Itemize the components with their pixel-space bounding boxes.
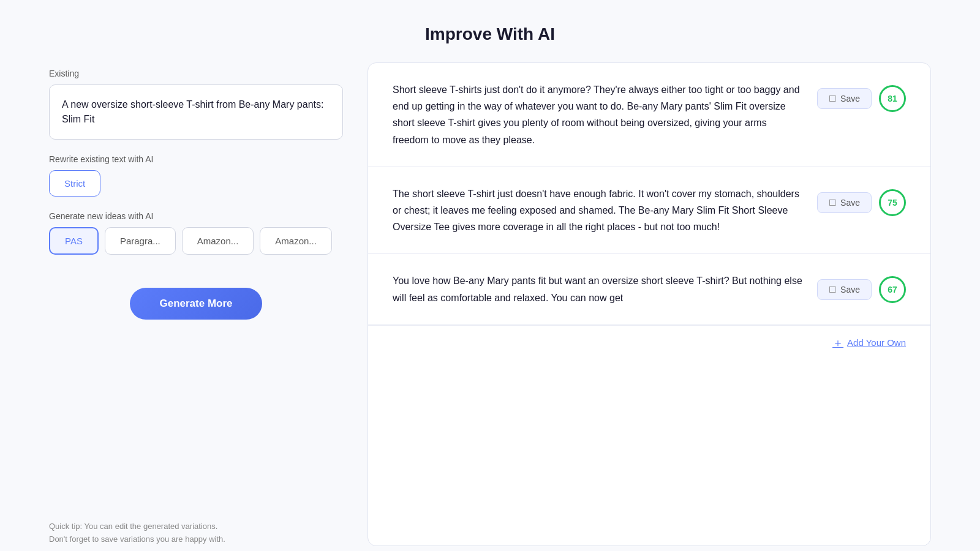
add-your-own-label: Add Your Own [847,337,906,348]
result-actions-2: ☐ Save 75 [817,186,906,216]
save-label-1: Save [840,94,860,103]
rewrite-mode-buttons: Strict [49,170,343,197]
save-icon-1: ☐ [829,94,837,103]
result-item-3: You love how Be-any Mary pants fit but w… [368,254,930,324]
generate-label: Generate new ideas with AI [49,211,343,221]
page-title: Improve With AI [0,24,980,44]
score-circle-1: 81 [879,85,906,112]
add-your-own[interactable]: ＋ Add Your Own [368,325,930,360]
rewrite-label: Rewrite existing text with AI [49,154,343,164]
quick-tip: Quick tip: You can edit the generated va… [49,484,343,546]
existing-text-box: A new oversize short-sleeve T-shirt from… [49,84,343,140]
generate-section: Generate new ideas with AI PAS Paragra..… [49,211,343,255]
save-icon-3: ☐ [829,285,837,294]
save-button-2[interactable]: ☐ Save [817,192,872,213]
score-circle-3: 67 [879,276,906,303]
rewrite-section: Rewrite existing text with AI Strict [49,154,343,197]
left-panel: Existing A new oversize short-sleeve T-s… [49,62,368,546]
idea-btn-pas[interactable]: PAS [49,227,99,255]
main-layout: Existing A new oversize short-sleeve T-s… [0,62,980,546]
save-label-3: Save [840,285,860,294]
result-text-2: The short sleeve T-shirt just doesn't ha… [393,186,805,236]
idea-btn-amazon1[interactable]: Amazon... [182,227,254,255]
result-text-1: Short sleeve T-shirts just don't do it a… [393,81,805,148]
idea-btn-paragra[interactable]: Paragra... [105,227,176,255]
page-header: Improve With AI [0,0,980,62]
result-item-1: Short sleeve T-shirts just don't do it a… [368,63,930,167]
save-icon-2: ☐ [829,198,837,208]
generate-more-button[interactable]: Generate More [130,288,262,320]
score-circle-2: 75 [879,189,906,216]
save-button-3[interactable]: ☐ Save [817,279,872,300]
result-item-2: The short sleeve T-shirt just doesn't ha… [368,167,930,255]
idea-btn-amazon2[interactable]: Amazon... [260,227,332,255]
existing-label: Existing [49,69,343,78]
save-label-2: Save [840,198,860,208]
right-panel[interactable]: Short sleeve T-shirts just don't do it a… [368,62,931,546]
save-button-1[interactable]: ☐ Save [817,88,872,109]
idea-buttons: PAS Paragra... Amazon... Amazon... [49,227,343,255]
result-actions-3: ☐ Save 67 [817,272,906,303]
result-actions-1: ☐ Save 81 [817,81,906,112]
result-text-3: You love how Be-any Mary pants fit but w… [393,272,805,305]
plus-icon: ＋ [832,335,843,350]
mode-btn-strict[interactable]: Strict [49,170,100,197]
